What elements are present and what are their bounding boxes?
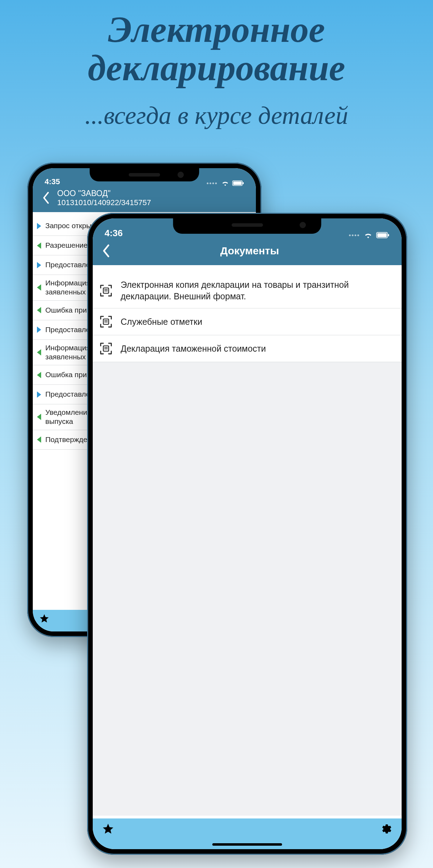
back-button[interactable] [40,188,52,207]
home-indicator [212,843,282,846]
settings-button[interactable] [380,823,393,835]
header-title: Документы [105,245,395,257]
phone-mockup-documents: Документы 4:36 [87,213,407,855]
wifi-icon [221,180,229,186]
promo-subtitle: ...всегда в курсе деталей [0,101,433,130]
arrow-in-icon [37,307,41,313]
svg-rect-2 [243,182,244,184]
arrow-in-icon [37,349,41,356]
arrow-out-icon [37,262,41,268]
cellular-icon [207,182,217,184]
document-icon [99,342,113,356]
status-time: 4:35 [45,177,60,186]
document-row[interactable]: Служебные отметки [93,308,402,335]
arrow-in-icon [37,284,41,291]
svg-rect-4 [377,233,387,237]
arrow-in-icon [37,436,41,443]
document-row[interactable]: Декларация таможенной стоимости [93,335,402,362]
phone-notch [173,218,321,234]
documents-list[interactable]: Электронная копия декларации на товары и… [93,273,402,816]
document-title: Декларация таможенной стоимости [121,343,266,354]
arrow-out-icon [37,223,41,229]
svg-rect-5 [388,234,389,237]
document-icon [99,315,113,329]
arrow-out-icon [37,327,41,333]
battery-icon [376,232,390,238]
arrow-in-icon [37,242,41,249]
document-title: Электронная копия декларации на товары и… [121,279,395,302]
header-decl-number: 10131010/140922/3415757 [57,198,151,207]
svg-rect-1 [233,181,242,185]
battery-icon [232,180,244,186]
arrow-out-icon [37,391,41,398]
promo-title: Электронное декларирование [0,10,433,88]
document-icon [99,284,113,298]
phone-notch [90,168,199,181]
cellular-icon [349,234,359,236]
favorite-button[interactable] [39,613,50,624]
document-row[interactable]: Электронная копия декларации на товары и… [93,273,402,308]
wifi-icon [363,232,373,239]
arrow-in-icon [37,372,41,378]
status-time: 4:36 [105,228,123,239]
bottom-bar [93,818,402,849]
document-title: Служебные отметки [121,316,202,328]
arrow-in-icon [37,414,41,420]
favorite-button[interactable] [102,823,114,835]
header-company: ООО "ЗАВОД" [57,189,151,198]
